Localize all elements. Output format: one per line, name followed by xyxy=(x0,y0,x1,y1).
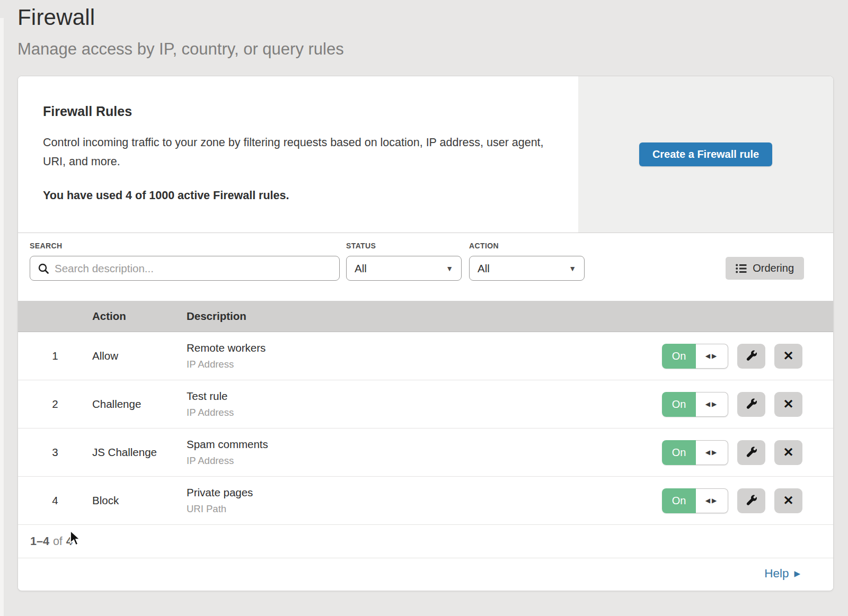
table-row: 3 JS Challenge Spam comments IP Address … xyxy=(18,428,833,477)
close-icon: ✕ xyxy=(783,349,793,363)
toggle-arrows-icon[interactable]: ◀▶ xyxy=(696,440,728,465)
mouse-cursor xyxy=(69,530,83,548)
column-description: Description xyxy=(187,310,621,323)
rule-priority: 4 xyxy=(18,494,92,507)
edit-rule-button[interactable] xyxy=(737,344,765,369)
status-select[interactable]: All ▼ xyxy=(346,256,462,281)
create-rule-panel: Create a Firewall rule xyxy=(578,76,833,233)
rule-priority: 3 xyxy=(18,446,92,459)
close-icon: ✕ xyxy=(783,445,793,460)
action-select[interactable]: All ▼ xyxy=(469,256,585,281)
rule-enabled-toggle[interactable]: On ◀▶ xyxy=(662,344,728,369)
wrench-icon xyxy=(746,447,757,458)
toggle-on-segment[interactable]: On xyxy=(662,440,696,465)
page-subtitle: Manage access by IP, country, or query r… xyxy=(17,40,848,59)
delete-rule-button[interactable]: ✕ xyxy=(774,440,802,465)
status-selected-value: All xyxy=(355,262,367,275)
edit-rule-button[interactable] xyxy=(737,392,765,417)
table-row: 1 Allow Remote workers IP Address On ◀▶ … xyxy=(18,332,833,380)
rule-action: Challenge xyxy=(92,398,187,410)
rule-description: Spam comments xyxy=(187,438,621,451)
search-label: SEARCH xyxy=(30,242,340,250)
toggle-arrows-icon[interactable]: ◀▶ xyxy=(696,392,728,417)
toggle-on-segment[interactable]: On xyxy=(662,488,696,513)
chevron-down-icon: ▼ xyxy=(446,264,453,273)
search-icon xyxy=(38,263,49,274)
rule-action: Block xyxy=(92,494,187,507)
table-header: Action Description xyxy=(18,301,833,332)
rule-description-cell: Spam comments IP Address xyxy=(187,438,621,467)
rule-action: JS Challenge xyxy=(92,446,187,459)
rules-table: Action Description 1 Allow Remote worker… xyxy=(18,301,833,525)
rule-description: Private pages xyxy=(187,486,621,499)
close-icon: ✕ xyxy=(783,397,793,412)
firewall-rules-card: Firewall Rules Control incoming traffic … xyxy=(17,76,834,591)
action-filter-group: ACTION All ▼ xyxy=(469,242,585,281)
rule-match-type: URI Path xyxy=(187,503,621,515)
toggle-on-segment[interactable]: On xyxy=(662,344,696,369)
pagination-of: of xyxy=(53,535,63,548)
rule-action: Allow xyxy=(92,350,187,362)
delete-rule-button[interactable]: ✕ xyxy=(774,392,802,417)
rule-match-type: IP Address xyxy=(187,359,621,370)
rule-description-cell: Test rule IP Address xyxy=(187,390,621,418)
rule-description-cell: Private pages URI Path xyxy=(187,486,621,515)
toggle-arrows-icon[interactable]: ◀▶ xyxy=(696,344,728,369)
table-row: 2 Challenge Test rule IP Address On ◀▶ ✕ xyxy=(18,380,833,428)
card-description: Control incoming traffic to your zone by… xyxy=(43,133,546,171)
search-input[interactable] xyxy=(55,262,332,275)
rule-controls: On ◀▶ ✕ xyxy=(621,392,833,417)
card-heading: Firewall Rules xyxy=(43,104,553,119)
create-firewall-rule-button[interactable]: Create a Firewall rule xyxy=(639,142,772,166)
pagination: 1–4 of 4 xyxy=(18,525,833,558)
rule-priority: 2 xyxy=(18,398,92,410)
card-footer: Help ▶ xyxy=(18,558,833,589)
edit-rule-button[interactable] xyxy=(737,440,765,465)
status-filter-group: STATUS All ▼ xyxy=(346,242,462,281)
ordering-button-label: Ordering xyxy=(753,262,794,274)
edit-rule-button[interactable] xyxy=(737,488,765,513)
rule-match-type: IP Address xyxy=(187,455,621,467)
search-box[interactable] xyxy=(30,256,340,281)
column-action: Action xyxy=(92,310,187,323)
close-icon: ✕ xyxy=(783,493,793,508)
rule-priority: 1 xyxy=(18,350,92,362)
usage-text: You have used 4 of 1000 active Firewall … xyxy=(43,189,553,202)
toggle-on-segment[interactable]: On xyxy=(662,392,696,417)
rule-enabled-toggle[interactable]: On ◀▶ xyxy=(662,488,728,513)
chevron-down-icon: ▼ xyxy=(569,264,576,273)
rule-match-type: IP Address xyxy=(187,407,621,418)
ordering-button[interactable]: Ordering xyxy=(726,257,804,280)
help-arrow-icon: ▶ xyxy=(794,569,800,578)
search-filter-group: SEARCH xyxy=(30,242,340,281)
pagination-range: 1–4 xyxy=(30,535,49,548)
page-header: Firewall Manage access by IP, country, o… xyxy=(0,0,848,59)
status-label: STATUS xyxy=(346,242,462,250)
rule-description-cell: Remote workers IP Address xyxy=(187,342,621,370)
page-title: Firewall xyxy=(17,3,848,32)
card-info: Firewall Rules Control incoming traffic … xyxy=(18,76,578,233)
wrench-icon xyxy=(746,495,757,506)
action-label: ACTION xyxy=(469,242,585,250)
rule-enabled-toggle[interactable]: On ◀▶ xyxy=(662,440,728,465)
window-edge xyxy=(0,18,4,616)
help-link[interactable]: Help ▶ xyxy=(764,567,800,581)
table-row: 4 Block Private pages URI Path On ◀▶ ✕ xyxy=(18,477,833,525)
wrench-icon xyxy=(746,350,757,362)
list-ordering-icon xyxy=(736,264,747,273)
rule-controls: On ◀▶ ✕ xyxy=(621,488,833,513)
rule-enabled-toggle[interactable]: On ◀▶ xyxy=(662,392,728,417)
delete-rule-button[interactable]: ✕ xyxy=(774,488,802,513)
delete-rule-button[interactable]: ✕ xyxy=(774,344,802,369)
rule-description: Test rule xyxy=(187,390,621,403)
action-selected-value: All xyxy=(478,262,490,275)
toggle-arrows-icon[interactable]: ◀▶ xyxy=(696,488,728,513)
card-top-section: Firewall Rules Control incoming traffic … xyxy=(18,76,833,233)
rule-controls: On ◀▶ ✕ xyxy=(621,440,833,465)
wrench-icon xyxy=(746,398,757,410)
rule-description: Remote workers xyxy=(187,342,621,354)
filter-bar: SEARCH STATUS All ▼ ACTION All ▼ xyxy=(18,233,833,301)
help-link-label: Help xyxy=(764,567,789,581)
rule-controls: On ◀▶ ✕ xyxy=(621,344,833,369)
